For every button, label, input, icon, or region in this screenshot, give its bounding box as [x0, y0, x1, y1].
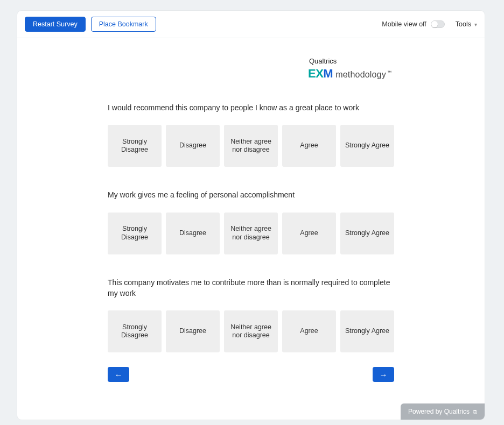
mobile-view-label: Mobile view off — [382, 20, 426, 28]
option-strongly-agree[interactable]: Strongly Agree — [340, 212, 394, 254]
logo-company: Qualtrics — [309, 57, 391, 65]
logo-m: M — [323, 67, 333, 81]
option-strongly-agree[interactable]: Strongly Agree — [340, 310, 394, 352]
question-text: This company motivates me to contribute … — [108, 277, 394, 299]
option-strongly-disagree[interactable]: Strongly Disagree — [108, 125, 162, 167]
option-neither[interactable]: Neither agree nor disagree — [224, 310, 278, 352]
option-neither[interactable]: Neither agree nor disagree — [224, 212, 278, 254]
questions-container: I would recommend this company to people… — [108, 102, 394, 375]
survey-body: Qualtrics EXM methodology ™ I would reco… — [17, 38, 485, 420]
question-text: I would recommend this company to people… — [108, 102, 394, 113]
logo-ex: EX — [308, 67, 323, 81]
chevron-down-icon: ▾ — [474, 22, 477, 27]
option-disagree[interactable]: Disagree — [166, 125, 220, 167]
option-agree[interactable]: Agree — [282, 125, 336, 167]
option-disagree[interactable]: Disagree — [166, 310, 220, 352]
likert-options: Strongly Disagree Disagree Neither agree… — [108, 212, 394, 254]
tools-dropdown[interactable]: Tools ▾ — [456, 20, 477, 28]
option-agree[interactable]: Agree — [282, 212, 336, 254]
powered-by-label: Powered by Qualtrics — [408, 408, 470, 415]
option-strongly-agree[interactable]: Strongly Agree — [340, 125, 394, 167]
restart-survey-button[interactable]: Restart Survey — [25, 17, 86, 32]
mobile-view-toggle[interactable] — [431, 20, 445, 28]
option-agree[interactable]: Agree — [282, 310, 336, 352]
option-disagree[interactable]: Disagree — [166, 212, 220, 254]
toggle-knob — [431, 21, 438, 27]
question-text: My work gives me a feeling of personal a… — [108, 189, 394, 200]
likert-options: Strongly Disagree Disagree Neither agree… — [108, 310, 394, 352]
question-1: I would recommend this company to people… — [108, 102, 394, 167]
next-button[interactable]: → — [373, 367, 394, 382]
option-strongly-disagree[interactable]: Strongly Disagree — [108, 212, 162, 254]
qualtrics-exm-logo: Qualtrics EXM methodology ™ — [308, 57, 391, 81]
likert-options: Strongly Disagree Disagree Neither agree… — [108, 125, 394, 167]
previous-button[interactable]: ← — [108, 367, 129, 382]
place-bookmark-button[interactable]: Place Bookmark — [91, 17, 156, 32]
arrow-left-icon: ← — [115, 370, 123, 379]
arrow-right-icon: → — [380, 370, 388, 379]
logo-trademark: ™ — [387, 70, 391, 75]
logo-methodology: methodology — [335, 70, 386, 80]
preview-toolbar: Restart Survey Place Bookmark Mobile vie… — [17, 11, 485, 38]
powered-by-qualtrics-link[interactable]: Powered by Qualtrics ⧉ — [401, 403, 485, 420]
survey-preview-window: Restart Survey Place Bookmark Mobile vie… — [17, 11, 485, 420]
tools-label: Tools — [456, 20, 471, 28]
option-neither[interactable]: Neither agree nor disagree — [224, 125, 278, 167]
external-link-icon: ⧉ — [473, 408, 477, 415]
option-strongly-disagree[interactable]: Strongly Disagree — [108, 310, 162, 352]
question-2: My work gives me a feeling of personal a… — [108, 189, 394, 254]
question-3: This company motivates me to contribute … — [108, 277, 394, 353]
